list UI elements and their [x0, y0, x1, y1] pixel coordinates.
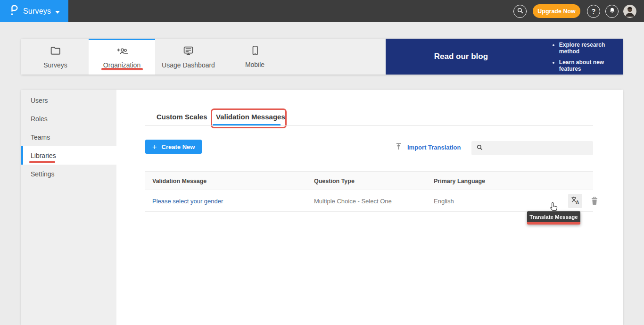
translate-message-button[interactable]: A — [568, 194, 582, 208]
sidebar-item-roles[interactable]: Roles — [21, 109, 116, 128]
table-header-row: Validation Message Question Type Primary… — [145, 171, 593, 190]
product-switcher[interactable]: Surveys — [0, 0, 68, 22]
search-icon — [476, 144, 483, 153]
module-tab-label: Surveys — [43, 61, 67, 69]
translate-icon: A — [570, 195, 580, 207]
delete-message-button[interactable] — [590, 196, 599, 206]
topbar: Surveys Upgrade Now ? — [0, 0, 644, 22]
import-translation-label: Import Translation — [407, 144, 461, 151]
topbar-search-button[interactable] — [513, 5, 527, 18]
create-new-label: Create New — [162, 143, 195, 150]
organization-sidebar: Users Roles Teams Libraries Settings — [21, 90, 116, 325]
sidebar-item-label: Teams — [31, 133, 50, 141]
dashboard-icon — [182, 45, 194, 58]
question-type-cell: Multiple Choice - Select One — [314, 190, 392, 212]
module-tab-label: Usage Dashboard — [162, 61, 215, 69]
column-header-primary-language: Primary Language — [434, 172, 485, 191]
module-tab-label: Mobile — [245, 61, 264, 68]
folder-icon — [50, 45, 61, 58]
user-avatar[interactable] — [623, 5, 636, 18]
sidebar-item-users[interactable]: Users — [21, 91, 116, 109]
upload-icon — [395, 142, 402, 152]
module-nav-card: Surveys Organization — [21, 39, 623, 75]
main-panel: Users Roles Teams Libraries Settings Cus… — [21, 90, 623, 325]
sidebar-item-label: Users — [31, 97, 48, 104]
add-people-icon — [116, 46, 129, 58]
sidebar-item-teams[interactable]: Teams — [21, 128, 116, 146]
svg-text:A: A — [576, 200, 579, 205]
app-root: Surveys Upgrade Now ? — [0, 0, 644, 325]
search-icon — [517, 7, 524, 16]
search-input[interactable] — [487, 145, 593, 152]
plus-icon: + — [152, 143, 157, 151]
upgrade-now-button[interactable]: Upgrade Now — [533, 4, 580, 18]
blog-bullet: Explore research method — [559, 42, 623, 55]
caret-down-icon — [55, 7, 60, 16]
tab-custom-scales[interactable]: Custom Scales — [157, 113, 207, 121]
tab-validation-messages[interactable]: Validation Messages — [216, 113, 285, 121]
table-row: Please select your gender Multiple Choic… — [145, 190, 593, 212]
module-tab-mobile[interactable]: Mobile — [222, 39, 288, 75]
mobile-icon — [249, 45, 261, 58]
blog-banner-title: Read our blog — [414, 52, 508, 61]
primary-language-cell: English — [434, 190, 454, 212]
translate-message-tooltip: Translate Message — [527, 211, 580, 225]
questionpro-logo-icon — [9, 4, 19, 19]
module-tabs: Surveys Organization — [22, 39, 288, 75]
notifications-button[interactable] — [605, 5, 619, 18]
sidebar-item-label: Roles — [31, 115, 48, 123]
sidebar-item-libraries[interactable]: Libraries — [21, 146, 116, 165]
sidebar-item-label: Libraries — [31, 152, 56, 159]
bell-icon — [609, 7, 616, 16]
table-search-box — [471, 141, 593, 155]
help-button[interactable]: ? — [587, 5, 600, 18]
module-tab-usage-dashboard[interactable]: Usage Dashboard — [155, 39, 222, 75]
product-label: Surveys — [23, 7, 51, 16]
question-mark-icon: ? — [592, 8, 596, 15]
sidebar-item-settings[interactable]: Settings — [21, 165, 116, 183]
annotation-underline-libraries — [29, 161, 55, 163]
blog-bullet: Learn about new features — [559, 59, 623, 72]
column-header-question-type: Question Type — [314, 172, 355, 191]
annotation-underline-tooltip — [527, 222, 580, 225]
module-tab-surveys[interactable]: Surveys — [22, 39, 89, 75]
blog-banner-bullets: Explore research method Learn about new … — [552, 42, 623, 72]
sidebar-item-label: Settings — [31, 170, 55, 178]
module-tab-organization[interactable]: Organization — [89, 39, 155, 75]
column-header-validation-message: Validation Message — [152, 172, 206, 191]
tooltip-label: Translate Message — [527, 211, 580, 222]
tabs-divider — [145, 125, 593, 126]
trash-icon — [590, 196, 599, 207]
import-translation-link[interactable]: Import Translation — [395, 142, 461, 152]
blog-banner[interactable]: Read our blog Explore research method Le… — [386, 39, 623, 75]
validation-message-link[interactable]: Please select your gender — [152, 190, 223, 212]
annotation-underline-organization — [101, 68, 143, 70]
create-new-button[interactable]: + Create New — [145, 140, 202, 154]
